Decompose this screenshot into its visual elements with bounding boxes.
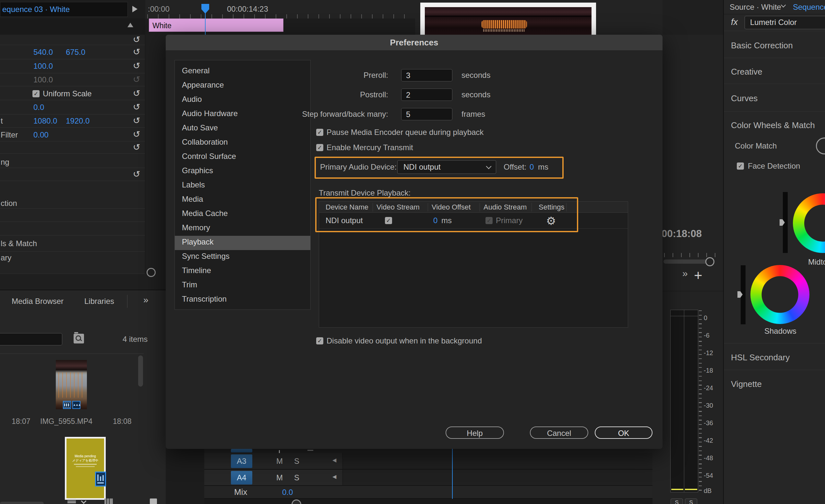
section-hsl[interactable]: HSL Secondary [731, 353, 790, 362]
sidebar-item-timeline[interactable]: Timeline [175, 264, 310, 279]
effect-name-box[interactable]: Lumetri Color [745, 16, 825, 29]
bowtie-icon[interactable] [330, 489, 340, 496]
mic-icon[interactable] [311, 473, 318, 482]
solo-button[interactable]: S [294, 457, 299, 466]
comparison-view-button[interactable] [816, 138, 825, 154]
scroll-up-icon[interactable] [128, 23, 133, 27]
sidebar-item-media-cache[interactable]: Media Cache [175, 207, 310, 221]
pause-encoder-checkbox[interactable]: ✓ [316, 129, 323, 136]
tab-sequence[interactable]: Sequence [793, 3, 825, 12]
scale-value[interactable]: 100.0 [33, 62, 53, 71]
lock-icon[interactable] [222, 474, 229, 482]
section-basic-correction[interactable]: Basic Correction [731, 41, 793, 50]
panel-scroll-knob[interactable] [147, 268, 156, 277]
disable-bg-checkbox[interactable]: ✓ [316, 337, 323, 345]
reset-icon[interactable]: ↺ [132, 61, 141, 71]
ok-button[interactable]: OK [595, 427, 653, 439]
sidebar-item-sync-settings[interactable]: Sync Settings [175, 250, 310, 264]
track-a3-label: A3 [237, 457, 246, 465]
solo-button[interactable]: S [294, 473, 299, 482]
mute-button[interactable]: M [276, 473, 283, 482]
shadows-wheel[interactable] [750, 265, 810, 324]
reset-icon[interactable]: ↺ [132, 102, 141, 112]
sidebar-item-collaboration[interactable]: Collaboration [175, 136, 310, 150]
panel-menu-chevrons-icon[interactable]: » [143, 295, 149, 304]
more-buttons-icon[interactable]: » [682, 269, 688, 278]
cancel-button[interactable]: Cancel [530, 427, 588, 439]
reset-icon[interactable]: ↺ [132, 116, 141, 126]
timeline-ruler[interactable]: :00:00 00:00:14:23 [145, 0, 415, 18]
reset-icon[interactable]: ↺ [132, 88, 141, 98]
section-color-wheels[interactable]: Color Wheels & Match [731, 121, 815, 130]
reset-icon[interactable]: ↺ [132, 35, 141, 45]
list-view-icon[interactable] [67, 499, 76, 504]
mic-icon[interactable] [311, 456, 318, 465]
sidebar-item-transcription[interactable]: Transcription [175, 293, 310, 307]
position-y-value[interactable]: 675.0 [66, 48, 85, 57]
pending-thumbnail[interactable]: Media pending メディアを処理中 [65, 437, 106, 500]
midtones-wheel[interactable] [793, 193, 825, 253]
add-button-icon[interactable]: + [694, 271, 702, 280]
tab-media-browser[interactable]: Media Browser [12, 297, 64, 306]
sidebar-item-labels[interactable]: Labels [175, 179, 310, 193]
sidebar-item-media[interactable]: Media [175, 193, 310, 207]
sidebar-item-graphics[interactable]: Graphics [175, 164, 310, 179]
reset-icon[interactable]: ↺ [132, 47, 141, 57]
clip-thumbnail[interactable]: ▲▲▲ [56, 360, 87, 409]
mix-value[interactable]: 0.0 [282, 488, 293, 497]
anchor-x-value[interactable]: 1080.0 [33, 117, 57, 126]
postroll-input[interactable]: 2 [401, 88, 452, 101]
face-detection-checkbox[interactable]: ✓ [737, 162, 744, 170]
track-a4-badge[interactable]: A4 [231, 471, 252, 485]
sidebar-item-appearance[interactable]: Appearance [175, 79, 310, 93]
rotation-value[interactable]: 0.0 [33, 103, 44, 112]
position-x-value[interactable]: 540.0 [33, 48, 53, 57]
sidebar-item-trim[interactable]: Trim [175, 279, 310, 293]
step-input[interactable]: 5 [401, 108, 452, 120]
reset-icon[interactable]: ↺ [132, 169, 141, 179]
section-creative[interactable]: Creative [731, 67, 762, 76]
meter-tick-label: -36 [704, 418, 713, 427]
sidebar-item-general[interactable]: General [175, 65, 310, 79]
chevron-down-icon[interactable] [781, 3, 786, 8]
mute-button[interactable]: M [276, 457, 283, 466]
sidebar-item-audio-hardware[interactable]: Audio Hardware [175, 107, 310, 122]
solo-left-button[interactable]: S [671, 499, 683, 504]
lock-icon[interactable] [222, 457, 229, 465]
reset-icon[interactable]: ↺ [132, 142, 141, 152]
help-button[interactable]: Help [446, 427, 504, 439]
media-search-input[interactable] [0, 333, 62, 345]
sidebar-item-control-surface[interactable]: Control Surface [175, 150, 310, 164]
clip-filename[interactable]: IMG_5955.MP4 [40, 417, 92, 426]
search-icon[interactable] [129, 498, 136, 504]
section-vignette[interactable]: Vignette [731, 379, 762, 388]
new-bin-icon[interactable] [150, 499, 157, 504]
uniform-scale-checkbox[interactable]: ✓ [32, 90, 40, 97]
folder-search-icon[interactable] [74, 334, 84, 344]
reset-icon[interactable]: ↺ [132, 129, 141, 139]
solo-right-button[interactable]: S [685, 499, 697, 504]
clip-white[interactable]: White [149, 18, 284, 32]
thumbs-view-icon[interactable] [104, 499, 113, 504]
tab-source[interactable]: Source · White [730, 3, 781, 12]
sidebar-item-memory[interactable]: Memory [175, 221, 310, 236]
mercury-transmit-checkbox[interactable]: ✓ [316, 144, 323, 151]
audio-meter[interactable] [670, 310, 698, 492]
sync-lock-icon[interactable] [259, 474, 269, 481]
preroll-input[interactable]: 3 [401, 69, 452, 81]
flicker-value[interactable]: 0.00 [33, 130, 49, 139]
tab-libraries[interactable]: Libraries [84, 297, 114, 306]
sidebar-item-playback[interactable]: Playback [175, 236, 310, 250]
media-scrollbar[interactable] [138, 355, 143, 386]
anchor-y-value[interactable]: 1920.0 [66, 117, 89, 126]
play-scroll-icon[interactable] [132, 6, 138, 12]
lock-icon[interactable] [222, 488, 229, 497]
section-curves[interactable]: Curves [731, 94, 758, 103]
dialog-titlebar[interactable]: Preferences [166, 35, 663, 50]
sidebar-item-audio[interactable]: Audio [175, 93, 310, 107]
sequence-tab[interactable]: equence 03 · White [0, 2, 128, 17]
track-a3-badge[interactable]: A3 [231, 454, 252, 468]
monitor-zoom-knob[interactable] [705, 257, 715, 266]
sidebar-item-auto-save[interactable]: Auto Save [175, 122, 310, 136]
sync-lock-icon[interactable] [259, 458, 269, 465]
